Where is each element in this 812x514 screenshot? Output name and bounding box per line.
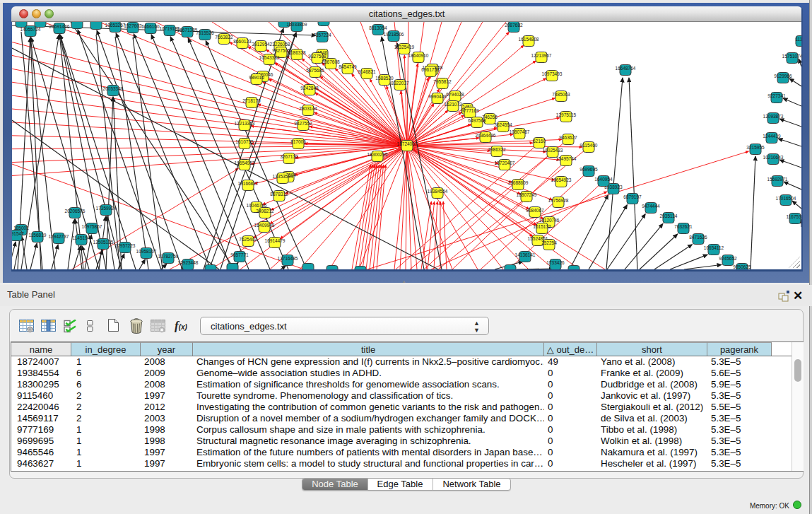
svg-text:9850625: 9850625 [733, 264, 751, 269]
svg-text:7663822: 7663822 [215, 35, 233, 40]
svg-text:9242848: 9242848 [300, 86, 319, 90]
svg-text:8322037: 8322037 [391, 81, 409, 86]
svg-text:15751074: 15751074 [782, 54, 801, 59]
svg-text:18300295: 18300295 [367, 152, 388, 157]
svg-text:12923448: 12923448 [178, 260, 199, 265]
svg-text:14055724: 14055724 [20, 27, 41, 32]
svg-text:9115460: 9115460 [580, 143, 598, 148]
svg-text:12942737: 12942737 [49, 234, 69, 239]
svg-text:10543382: 10543382 [259, 55, 280, 60]
svg-text:20206576: 20206576 [65, 209, 86, 214]
svg-text:20691406: 20691406 [49, 24, 70, 29]
svg-text:6794028: 6794028 [446, 92, 464, 97]
svg-text:1621072: 1621072 [444, 102, 462, 107]
svg-text:19166827: 19166827 [238, 181, 259, 186]
svg-text:8186328: 8186328 [288, 50, 306, 55]
svg-text:8454749: 8454749 [339, 64, 357, 69]
svg-text:16671385: 16671385 [177, 28, 198, 33]
svg-text:2087682: 2087682 [505, 23, 523, 28]
svg-text:7632621: 7632621 [674, 224, 693, 229]
svg-text:14136141: 14136141 [515, 252, 536, 257]
svg-text:252254: 252254 [541, 240, 557, 245]
svg-text:15720407: 15720407 [495, 160, 515, 165]
svg-text:19218506: 19218506 [384, 32, 404, 37]
svg-text:62160: 62160 [533, 139, 546, 144]
svg-text:15495744: 15495744 [556, 156, 577, 161]
svg-text:9129966: 9129966 [774, 74, 792, 78]
svg-text:7625402: 7625402 [239, 237, 257, 242]
svg-text:19384554: 19384554 [428, 189, 448, 194]
svg-text:11325419: 11325419 [394, 45, 415, 49]
svg-text:9427552: 9427552 [294, 121, 312, 126]
svg-text:16033809: 16033809 [287, 22, 307, 27]
svg-text:391547: 391547 [12, 231, 24, 236]
svg-text:18640910: 18640910 [408, 53, 429, 58]
svg-text:7986322: 7986322 [488, 147, 506, 152]
svg-text:12213363: 12213363 [235, 121, 255, 126]
svg-text:16409948: 16409948 [254, 223, 275, 228]
svg-text:2367608: 2367608 [322, 59, 340, 64]
svg-text:20364436: 20364436 [476, 133, 496, 138]
svg-text:16120746: 16120746 [539, 218, 560, 223]
svg-text:12213967: 12213967 [531, 53, 552, 58]
svg-text:1640954: 1640954 [594, 177, 613, 182]
svg-text:8813054: 8813054 [369, 25, 387, 30]
svg-text:19756928: 19756928 [548, 198, 569, 203]
svg-text:10975867: 10975867 [82, 224, 102, 229]
svg-text:19654923: 19654923 [551, 177, 572, 182]
svg-text:16914479: 16914479 [265, 238, 286, 243]
svg-text:9327508: 9327508 [308, 54, 326, 59]
svg-text:2718170: 2718170 [242, 98, 261, 103]
svg-text:8878312: 8878312 [270, 192, 288, 197]
svg-text:17957223: 17957223 [115, 243, 136, 248]
svg-text:3267130: 3267130 [280, 154, 298, 159]
svg-text:12975115: 12975115 [556, 112, 577, 117]
svg-text:1588520: 1588520 [375, 76, 394, 81]
svg-text:10210643: 10210643 [763, 155, 784, 160]
svg-text:10807487: 10807487 [510, 129, 530, 134]
svg-text:13353594: 13353594 [273, 174, 293, 179]
svg-text:3912954: 3912954 [252, 42, 270, 47]
svg-text:1167533: 1167533 [787, 214, 801, 219]
svg-text:9657771: 9657771 [230, 252, 249, 257]
svg-text:12093873: 12093873 [763, 114, 784, 119]
svg-text:2935114: 2935114 [660, 214, 678, 218]
svg-text:8660123: 8660123 [233, 39, 252, 44]
svg-text:16648764: 16648764 [616, 66, 636, 71]
svg-text:9084067: 9084067 [526, 208, 544, 213]
svg-text:10025433: 10025433 [543, 148, 563, 153]
svg-text:7485063: 7485063 [552, 92, 570, 97]
svg-text:1527602: 1527602 [124, 23, 142, 28]
svg-text:12505135: 12505135 [93, 240, 114, 245]
svg-text:7955812: 7955812 [433, 79, 452, 84]
svg-text:1156819: 1156819 [29, 233, 47, 238]
svg-text:1733426: 1733426 [546, 260, 565, 265]
svg-text:1610755: 1610755 [235, 139, 254, 144]
svg-text:7357224: 7357224 [313, 33, 331, 37]
svg-text:9146821: 9146821 [358, 69, 376, 74]
svg-text:10782759: 10782759 [158, 254, 179, 259]
svg-text:17359924: 17359924 [96, 206, 117, 211]
svg-text:817006: 817006 [290, 139, 306, 144]
svg-text:10958107: 10958107 [136, 249, 157, 254]
svg-text:10653267: 10653267 [105, 23, 126, 28]
svg-text:10654112: 10654112 [704, 245, 724, 250]
svg-text:6879197: 6879197 [623, 194, 642, 199]
svg-text:16154808: 16154808 [519, 37, 539, 42]
svg-text:9227341: 9227341 [767, 93, 786, 98]
svg-text:5875685: 5875685 [306, 68, 324, 73]
svg-text:9699695: 9699695 [579, 167, 598, 172]
svg-text:9463627: 9463627 [559, 135, 577, 140]
svg-text:18724007: 18724007 [397, 141, 418, 146]
svg-text:9777169: 9777169 [461, 108, 479, 113]
svg-text:6466160: 6466160 [141, 24, 160, 29]
svg-text:15692971: 15692971 [767, 177, 788, 182]
svg-text:1615132: 1615132 [533, 224, 551, 229]
svg-text:17016504: 17016504 [776, 196, 796, 201]
svg-text:3215955: 3215955 [746, 145, 765, 150]
svg-text:2803144: 2803144 [299, 106, 317, 111]
svg-text:1145194: 1145194 [73, 235, 90, 240]
svg-text:6497568: 6497568 [468, 118, 486, 123]
svg-text:9245652: 9245652 [719, 256, 737, 261]
svg-text:1244419: 1244419 [763, 134, 781, 139]
